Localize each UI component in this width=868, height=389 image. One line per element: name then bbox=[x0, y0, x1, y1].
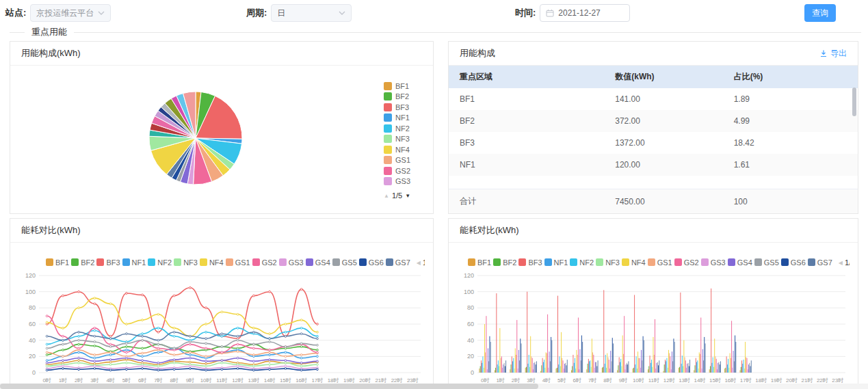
svg-text:21时: 21时 bbox=[802, 377, 813, 384]
scrollbar-thumb[interactable] bbox=[0, 384, 538, 389]
svg-text:100: 100 bbox=[25, 289, 36, 295]
legend-page-down-icon[interactable]: ▼ bbox=[405, 193, 410, 199]
legend-prev-icon[interactable]: ◀ bbox=[417, 260, 421, 266]
legend-item-GS1[interactable]: GS1 bbox=[648, 258, 672, 267]
svg-text:120: 120 bbox=[464, 272, 474, 279]
legend-item-GS2[interactable]: GS2 bbox=[674, 258, 699, 267]
col-value: 数值(kWh) bbox=[604, 66, 722, 88]
legend-swatch bbox=[252, 258, 260, 266]
bar-chart[interactable]: 0204060801001200时1时2时3时4时5时6时7时8时9时10时11… bbox=[457, 270, 850, 388]
panel-energy-comparison-bar: 能耗对比(kWh) BF1BF2BF3NF1NF2NF3NF4GS1GS2GS3… bbox=[448, 218, 858, 389]
legend-prev-icon[interactable]: ◀ bbox=[839, 260, 843, 266]
legend-item-GS1[interactable]: GS1 bbox=[384, 155, 425, 166]
site-label: 站点: bbox=[5, 7, 26, 19]
legend-item-GS5[interactable]: GS5 bbox=[754, 258, 779, 267]
legend-item-NF3[interactable]: NF3 bbox=[384, 134, 425, 145]
legend-swatch bbox=[384, 113, 392, 122]
legend-item-NF3[interactable]: NF3 bbox=[596, 258, 620, 267]
legend-item-NF1[interactable]: NF1 bbox=[122, 258, 146, 267]
svg-text:18时: 18时 bbox=[755, 377, 767, 384]
site-select[interactable]: 京投运维云平台 bbox=[30, 4, 111, 22]
legend-item-GS2[interactable]: GS2 bbox=[384, 165, 425, 176]
legend-page-indicator: 1/5 bbox=[392, 191, 402, 200]
pie-legend: BF1BF2BF3NF1NF2NF3NF4GS1GS2GS3 bbox=[384, 81, 425, 187]
svg-text:0: 0 bbox=[32, 369, 36, 376]
legend-item-GS6[interactable]: GS6 bbox=[359, 258, 384, 267]
line-chart[interactable]: 0204060801001200时1时2时3时4时5时6时7时8时9时10时11… bbox=[18, 270, 425, 388]
legend-item-BF3[interactable]: BF3 bbox=[384, 102, 425, 113]
legend-item-NF1[interactable]: NF1 bbox=[384, 113, 425, 124]
table-summary-row: 合计 7450.00 100 bbox=[449, 189, 858, 213]
energy-table: 重点区域 数值(kWh) 占比(%) BF1141.001.89BF2372.0… bbox=[449, 66, 858, 176]
legend-swatch bbox=[384, 177, 392, 185]
legend-item-BF3[interactable]: BF3 bbox=[96, 258, 120, 267]
legend-swatch bbox=[384, 124, 392, 133]
legend-item-BF3[interactable]: BF3 bbox=[518, 258, 542, 267]
panel-title: 用能构成(kWh) bbox=[21, 47, 81, 59]
legend-page-up-icon[interactable]: ▲ bbox=[384, 193, 389, 199]
legend-item-NF2[interactable]: NF2 bbox=[384, 123, 425, 134]
pie-chart[interactable] bbox=[10, 66, 433, 212]
legend-item-NF2[interactable]: NF2 bbox=[570, 258, 594, 267]
legend-item-GS4[interactable]: GS4 bbox=[728, 258, 752, 267]
legend-swatch bbox=[781, 258, 789, 266]
legend-item-BF2[interactable]: BF2 bbox=[71, 258, 94, 267]
period-select-value: 日 bbox=[277, 8, 285, 19]
legend-swatch bbox=[728, 258, 735, 266]
legend-swatch bbox=[596, 258, 603, 266]
svg-text:3时: 3时 bbox=[527, 377, 535, 384]
page-horizontal-scrollbar[interactable] bbox=[0, 384, 868, 389]
legend-swatch bbox=[570, 258, 577, 266]
legend-item-NF4[interactable]: NF4 bbox=[622, 258, 646, 267]
svg-text:20时: 20时 bbox=[359, 377, 371, 384]
legend-swatch bbox=[384, 167, 392, 175]
date-input[interactable]: 2021-12-27 bbox=[540, 4, 630, 22]
svg-text:120: 120 bbox=[25, 272, 36, 279]
legend-item-GS3[interactable]: GS3 bbox=[701, 258, 726, 267]
legend-item-NF4[interactable]: NF4 bbox=[384, 144, 425, 155]
export-link[interactable]: 导出 bbox=[819, 48, 847, 59]
legend-item-BF2[interactable]: BF2 bbox=[493, 258, 516, 267]
svg-text:6时: 6时 bbox=[573, 377, 581, 384]
query-button[interactable]: 查询 bbox=[804, 4, 836, 22]
svg-text:40: 40 bbox=[467, 337, 474, 344]
legend-item-NF1[interactable]: NF1 bbox=[544, 258, 568, 267]
svg-text:17时: 17时 bbox=[740, 377, 752, 384]
legend-item-GS7[interactable]: GS7 bbox=[808, 258, 832, 267]
section-title: 重点用能 bbox=[31, 26, 67, 38]
legend-item-BF1[interactable]: BF1 bbox=[46, 258, 69, 267]
filter-bar: 站点: 京投运维云平台 周期: 日 时间: 2021-12-27 查询 bbox=[0, 0, 868, 26]
legend-item-NF4[interactable]: NF4 bbox=[200, 258, 224, 267]
svg-text:17时: 17时 bbox=[311, 377, 323, 384]
legend-item-NF3[interactable]: NF3 bbox=[174, 258, 198, 267]
svg-text:11时: 11时 bbox=[648, 377, 659, 384]
col-area: 重点区域 bbox=[449, 66, 604, 88]
svg-text:60: 60 bbox=[467, 321, 474, 327]
svg-text:15时: 15时 bbox=[280, 377, 291, 384]
legend-item-GS6[interactable]: GS6 bbox=[781, 258, 806, 267]
legend-item-BF2[interactable]: BF2 bbox=[384, 92, 425, 103]
period-select[interactable]: 日 bbox=[271, 4, 352, 22]
legend-item-GS1[interactable]: GS1 bbox=[226, 258, 250, 267]
table-scrollbar[interactable] bbox=[852, 88, 856, 116]
col-ratio: 占比(%) bbox=[723, 66, 858, 88]
legend-item-BF1[interactable]: BF1 bbox=[384, 81, 425, 92]
legend-item-GS2[interactable]: GS2 bbox=[252, 258, 277, 267]
legend-item-GS3[interactable]: GS3 bbox=[279, 258, 304, 267]
chevron-down-icon bbox=[98, 11, 105, 15]
legend-item-GS4[interactable]: GS4 bbox=[306, 258, 330, 267]
panel-title: 用能构成 bbox=[460, 47, 495, 59]
legend-swatch bbox=[674, 258, 682, 266]
legend-item-GS7[interactable]: GS7 bbox=[386, 258, 410, 267]
legend-item-GS3[interactable]: GS3 bbox=[384, 176, 425, 187]
legend-item-GS5[interactable]: GS5 bbox=[332, 258, 357, 267]
legend-pager: ◀ 1/4 ▶ bbox=[417, 258, 425, 267]
svg-text:2时: 2时 bbox=[512, 377, 520, 384]
legend-swatch bbox=[148, 258, 155, 266]
legend-swatch bbox=[384, 103, 392, 111]
legend-item-BF1[interactable]: BF1 bbox=[468, 258, 491, 267]
svg-text:11时: 11时 bbox=[216, 377, 227, 384]
svg-text:8时: 8时 bbox=[603, 377, 611, 384]
legend-item-NF2[interactable]: NF2 bbox=[148, 258, 172, 267]
svg-text:13时: 13时 bbox=[248, 377, 259, 384]
